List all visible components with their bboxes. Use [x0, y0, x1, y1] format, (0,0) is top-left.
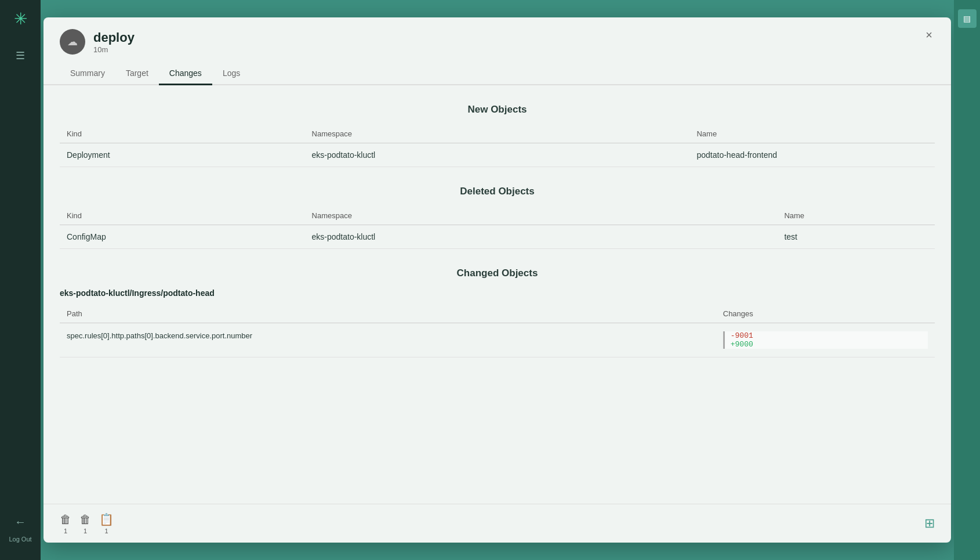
tab-summary[interactable]: Summary [60, 63, 115, 85]
deploy-modal: ☁ deploy 10m × Summary Target Changes Lo… [43, 17, 951, 543]
footer-deleted-group: 🗑 1 [79, 513, 91, 534]
modal-subtitle: 10m [93, 45, 135, 54]
diff-added: +9000 [731, 340, 928, 349]
added-badge: 1 [64, 528, 67, 534]
tab-target[interactable]: Target [115, 63, 159, 85]
deleted-objects-table: Kind Namespace Name ConfigMap eks-podtat… [60, 207, 935, 249]
modal-footer: 🗑 1 🗑 1 📋 1 ⊞ [43, 504, 951, 543]
new-objects-col-kind: Kind [60, 125, 305, 143]
del-obj-namespace: eks-podtato-kluctl [305, 225, 778, 249]
table-row: Deployment eks-podtato-kluctl podtato-he… [60, 143, 935, 167]
del-obj-kind: ConfigMap [60, 225, 305, 249]
deleted-objects-heading: Deleted Objects [60, 186, 935, 197]
del-obj-name: test [777, 225, 935, 249]
footer-added-group: 🗑 1 [60, 513, 71, 534]
new-obj-kind: Deployment [60, 143, 305, 167]
changed-path-label: eks-podtato-kluctl/Ingress/podtato-head [60, 288, 935, 298]
right-panel: ▤ [954, 0, 980, 560]
sidebar: ✳ ☰ ← Log Out [0, 0, 41, 560]
changed-icon: 📋 [99, 512, 114, 526]
tab-logs[interactable]: Logs [212, 63, 251, 85]
deleted-objects-col-namespace: Namespace [305, 207, 778, 225]
changed-objects-section: Changed Objects eks-podtato-kluctl/Ingre… [60, 268, 935, 357]
deleted-objects-section: Deleted Objects Kind Namespace Name Conf… [60, 186, 935, 249]
changes-col-path: Path [60, 305, 716, 323]
changed-objects-heading: Changed Objects [60, 268, 935, 279]
new-obj-namespace: eks-podtato-kluctl [305, 143, 690, 167]
new-obj-name: podtato-head-frontend [689, 143, 935, 167]
changed-badge: 1 [104, 528, 108, 534]
change-diff: -9001 +9000 [716, 323, 935, 357]
modal-tabs: Summary Target Changes Logs [43, 63, 951, 85]
diff-cell: -9001 +9000 [723, 331, 928, 349]
hamburger-icon[interactable]: ☰ [16, 49, 25, 62]
change-path: spec.rules[0].http.paths[0].backend.serv… [60, 323, 716, 357]
diff-removed: -9001 [731, 331, 928, 340]
back-icon[interactable]: ← [14, 515, 26, 529]
table-row: ConfigMap eks-podtato-kluctl test [60, 225, 935, 249]
modal-close-button[interactable]: × [921, 27, 937, 43]
deleted-icon: 🗑 [79, 513, 91, 526]
tab-changes[interactable]: Changes [159, 63, 212, 85]
deleted-objects-col-name: Name [777, 207, 935, 225]
new-objects-col-namespace: Namespace [305, 125, 690, 143]
modal-body: New Objects Kind Namespace Name Deployme… [43, 85, 951, 504]
changes-table: Path Changes spec.rules[0].http.paths[0]… [60, 305, 935, 357]
changes-col-changes: Changes [716, 305, 935, 323]
new-objects-heading: New Objects [60, 104, 935, 115]
new-objects-section: New Objects Kind Namespace Name Deployme… [60, 104, 935, 167]
modal-icon: ☁ [60, 29, 85, 55]
modal-title-area: deploy 10m [93, 30, 135, 54]
new-objects-col-name: Name [689, 125, 935, 143]
footer-changed-group: 📋 1 [99, 512, 114, 534]
table-row: spec.rules[0].http.paths[0].backend.serv… [60, 323, 935, 357]
deleted-objects-col-kind: Kind [60, 207, 305, 225]
footer-icons: 🗑 1 🗑 1 📋 1 [60, 512, 114, 534]
new-objects-table: Kind Namespace Name Deployment eks-podta… [60, 125, 935, 167]
app-logo-icon: ✳ [14, 9, 27, 28]
logout-label[interactable]: Log Out [9, 536, 31, 543]
footer-grid-icon[interactable]: ⊞ [924, 516, 935, 531]
modal-header: ☁ deploy 10m × [43, 17, 951, 55]
modal-title: deploy [93, 30, 135, 45]
right-panel-button[interactable]: ▤ [958, 9, 977, 28]
deleted-badge: 1 [84, 528, 87, 534]
added-icon: 🗑 [60, 513, 71, 526]
